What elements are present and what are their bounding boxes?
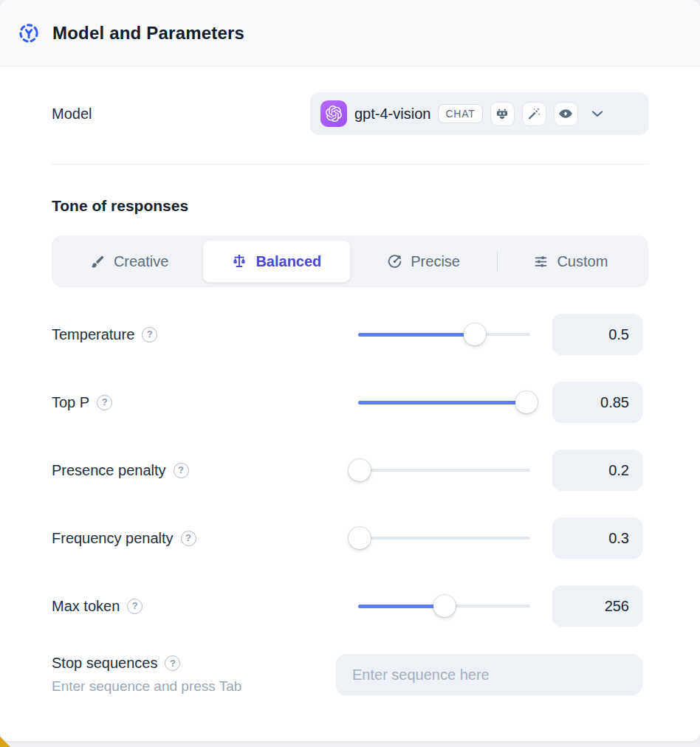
model-row: Model gpt-4-vision CHAT [52,92,648,135]
param-label: Frequency penalty [52,530,174,547]
model-label: Model [52,106,310,123]
vision-eye-icon [554,102,578,126]
help-icon[interactable]: ? [97,395,112,410]
param-label: Max token [52,598,120,615]
help-icon[interactable]: ? [127,599,143,614]
slider-thumb[interactable] [349,459,371,481]
param-label: Temperature [52,326,134,343]
model-params-icon [18,22,40,44]
tab-label: Custom [557,253,608,270]
max-token-slider[interactable] [358,594,530,618]
temperature-slider[interactable] [358,323,530,346]
panel-header: Model and Parameters [0,0,700,66]
param-label: Top P [52,394,89,411]
help-icon[interactable]: ? [165,655,180,671]
temperature-value[interactable]: 0.5 [552,314,642,355]
tone-heading: Tone of responses [52,197,648,215]
tab-label: Balanced [255,253,321,270]
presence-penalty-slider[interactable] [358,458,530,482]
help-icon[interactable]: ? [181,531,196,546]
top-p-value[interactable]: 0.85 [552,382,642,423]
selected-model-name: gpt-4-vision [354,106,430,123]
help-icon[interactable]: ? [174,463,189,478]
frequency-penalty-value[interactable]: 0.3 [552,517,642,559]
openai-logo [320,100,347,127]
param-row-max-token: Max token ? 256 [52,585,648,627]
param-row-presence-penalty: Presence penalty ? 0.2 [52,450,648,491]
model-parameters-panel: Model and Parameters Model gpt-4-vision … [0,0,700,741]
param-label: Presence penalty [52,462,166,479]
param-row-top-p: Top P ? 0.85 [52,382,648,423]
tab-label: Precise [411,253,460,270]
tab-balanced[interactable]: Balanced [202,240,350,283]
param-row-temperature: Temperature ? 0.5 [52,314,648,355]
tone-tabbar: Creative Balanced [52,235,648,287]
top-p-slider[interactable] [358,390,530,414]
stop-sequences-hint: Enter sequence and press Tab [52,678,336,695]
sliders-icon [533,254,549,269]
balance-scale-icon [231,253,247,269]
slider-thumb[interactable] [464,323,486,345]
stop-sequences-label: Stop sequences [52,655,157,672]
chat-badge: CHAT [438,104,482,123]
section-divider [52,164,648,165]
max-token-value[interactable]: 256 [552,585,642,627]
tab-precise[interactable]: Precise [351,240,497,283]
stop-sequence-input[interactable] [336,654,642,695]
param-row-frequency-penalty: Frequency penalty ? 0.3 [52,517,648,559]
slider-thumb[interactable] [515,391,538,413]
help-icon[interactable]: ? [142,327,157,342]
chevron-down-icon [589,105,606,123]
slider-thumb[interactable] [433,595,456,617]
presence-penalty-value[interactable]: 0.2 [552,450,642,491]
stop-sequences-row: Stop sequences ? Enter sequence and pres… [52,654,648,695]
slider-thumb[interactable] [349,527,371,549]
tab-creative[interactable]: Creative [56,240,202,283]
page-title: Model and Parameters [52,23,244,44]
model-select[interactable]: gpt-4-vision CHAT [310,92,648,135]
tab-custom[interactable]: Custom [498,240,644,283]
magic-wand-icon [522,102,546,126]
frequency-penalty-slider[interactable] [358,526,530,550]
robot-icon [490,102,515,126]
target-icon [387,254,402,269]
paintbrush-icon [90,254,106,269]
tab-label: Creative [114,253,168,270]
